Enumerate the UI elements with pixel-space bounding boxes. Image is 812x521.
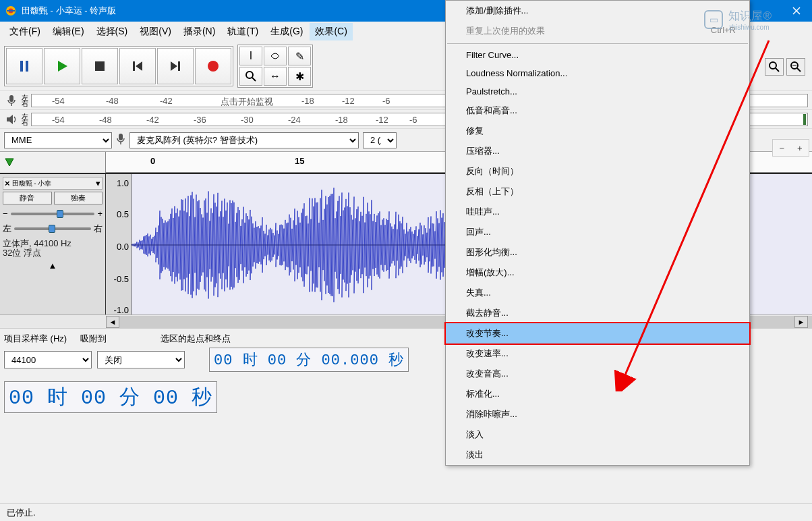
menu-效果(C)[interactable]: 效果(C) <box>310 23 352 40</box>
effect-menu-item[interactable]: Filter Curve... <box>446 46 749 64</box>
record-device-combo[interactable]: 麦克风阵列 (英特尔? 智音技术) <box>129 132 359 148</box>
meter-tick: -12 <box>342 96 355 106</box>
effect-menu-item[interactable]: 图形化均衡... <box>446 242 749 263</box>
effect-menu-item[interactable]: 增幅(放大)... <box>446 263 749 283</box>
effect-menu-item[interactable]: 修复 <box>446 121 749 141</box>
zoom-in-icon[interactable] <box>765 58 784 76</box>
effect-menu-item[interactable]: 回声... <box>446 222 749 242</box>
pin-playhead-icon[interactable] <box>4 157 15 168</box>
meter-tick: -48 <box>99 115 112 125</box>
vertical-ruler: 1.00.50.0-0.5-1.0 <box>106 174 132 314</box>
gain-slider[interactable] <box>11 213 95 215</box>
effect-menu-item[interactable]: Paulstretch... <box>446 82 749 101</box>
sample-rate-combo[interactable]: 44100 <box>4 351 92 368</box>
effect-menu-item[interactable]: 反相（上下） <box>446 182 749 202</box>
meter-tick: -42 <box>160 96 173 106</box>
svg-rect-12 <box>178 61 180 71</box>
meter-tick: -54 <box>52 96 65 106</box>
track-format-info: 立体声, 44100 Hz32位 浮点 <box>3 239 103 258</box>
amplitude-tick: 1.0 <box>117 178 129 188</box>
track-control-panel: × 田馥甄 - 小幸 ▾ 静音 独奏 − + 左 右 立体声, 44100 Hz… <box>0 174 106 314</box>
watermark-brand: 知识屋 <box>728 9 763 22</box>
collapse-icon[interactable]: ▲ <box>3 260 103 271</box>
svg-marker-10 <box>136 61 142 71</box>
effect-menu-item[interactable]: 截去静音... <box>446 303 749 323</box>
menu-播录(N)[interactable]: 播录(N) <box>178 23 221 40</box>
track-menu-icon[interactable]: ▾ <box>96 178 100 188</box>
stop-button[interactable] <box>82 48 118 84</box>
mute-button[interactable]: 静音 <box>3 192 52 204</box>
svg-point-14 <box>246 72 253 78</box>
snap-combo[interactable]: 关闭 <box>97 351 185 368</box>
effect-menu-item[interactable]: 失真... <box>446 283 749 303</box>
envelope-tool-icon[interactable] <box>264 47 287 65</box>
mic-icon[interactable] <box>4 93 19 108</box>
effect-menu-item[interactable]: 反向（时间） <box>446 161 749 182</box>
playback-speed-slider[interactable]: − + <box>772 139 809 157</box>
selection-tool-icon[interactable]: I <box>239 47 262 65</box>
menu-选择(S)[interactable]: 选择(S) <box>91 23 134 40</box>
skip-end-button[interactable] <box>157 48 194 84</box>
track-close-button[interactable]: × <box>5 178 10 188</box>
timeshift-tool-icon[interactable]: ↔ <box>264 67 287 86</box>
meter-tick: -18 <box>335 115 348 125</box>
effect-menu-item[interactable]: Loudness Normalization... <box>446 64 749 82</box>
scroll-left-icon[interactable]: ◄ <box>106 316 119 328</box>
menu-生成(G)[interactable]: 生成(G) <box>265 23 308 40</box>
svg-rect-6 <box>26 61 28 72</box>
sample-rate-label: 项目采样率 (Hz) <box>4 333 67 345</box>
multi-tool-icon[interactable]: ✱ <box>288 67 311 86</box>
watermark: ▭ 知识屋® zhishiwu.com <box>704 8 772 31</box>
effect-menu-item[interactable]: 哇哇声... <box>446 202 749 222</box>
svg-rect-8 <box>95 61 105 71</box>
play-button[interactable] <box>44 48 80 84</box>
transport-toolbar <box>4 46 233 86</box>
effect-menu-item[interactable]: 淡入 <box>446 424 749 445</box>
meter-tick: -30 <box>241 115 254 125</box>
svg-line-26 <box>776 68 779 72</box>
record-button[interactable] <box>195 48 231 84</box>
effect-menu-item[interactable]: 消除咔嚓声... <box>446 404 749 424</box>
svg-point-25 <box>770 62 776 69</box>
track-name[interactable]: 田馥甄 - 小幸 <box>12 179 94 188</box>
meter-tick: -6 <box>382 96 390 106</box>
draw-tool-icon[interactable]: ✎ <box>288 47 311 65</box>
selection-start-time[interactable]: 00 时 00 分 00.000 秒 <box>209 348 409 372</box>
timeline-tick: 0 <box>150 156 155 166</box>
gain-min-label: − <box>3 209 8 219</box>
effect-menu-item[interactable]: 改变速率... <box>446 344 749 364</box>
pause-button[interactable] <box>6 48 42 84</box>
speaker-icon[interactable] <box>4 112 19 127</box>
timeline-tick: 15 <box>295 156 304 166</box>
effects-menu: 添加/删除插件...重复上次使用的效果Ctrl+RFilter Curve...… <box>445 0 750 466</box>
zoom-out-icon[interactable] <box>786 58 805 76</box>
menu-轨道(T)[interactable]: 轨道(T) <box>222 23 264 40</box>
menu-视图(V)[interactable]: 视图(V) <box>134 23 177 40</box>
menu-编辑(E)[interactable]: 编辑(E) <box>47 23 90 40</box>
svg-marker-7 <box>58 61 67 72</box>
meter-lr-label: 左 右 <box>22 94 28 107</box>
pan-right-label: 右 <box>94 223 103 235</box>
svg-marker-18 <box>7 115 13 124</box>
mic-icon <box>116 133 125 147</box>
effect-menu-item[interactable]: 淡出 <box>446 445 749 465</box>
skip-start-button[interactable] <box>119 48 156 84</box>
menu-文件(F)[interactable]: 文件(F) <box>4 23 46 40</box>
pan-slider[interactable] <box>14 227 91 230</box>
close-button[interactable] <box>781 0 812 22</box>
audio-position-time[interactable]: 00 时 00 分 00 秒 <box>4 381 217 413</box>
effect-menu-item[interactable]: 改变节奏... <box>444 322 751 345</box>
audio-host-combo[interactable]: MME <box>4 132 112 148</box>
scroll-right-icon[interactable]: ► <box>794 316 808 328</box>
effect-menu-item[interactable]: 压缩器... <box>446 141 749 161</box>
svg-marker-11 <box>171 61 177 71</box>
effect-menu-item[interactable]: 低音和高音... <box>446 101 749 121</box>
zoom-tool-icon[interactable] <box>239 67 262 86</box>
record-channels-combo[interactable]: 2 (立 <box>363 132 397 148</box>
timeline-head[interactable] <box>0 152 106 173</box>
effect-menu-item[interactable]: 标准化... <box>446 384 749 404</box>
amplitude-tick: 0.0 <box>117 242 129 252</box>
solo-button[interactable]: 独奏 <box>54 192 103 204</box>
effect-menu-item[interactable]: 改变音高... <box>446 364 749 384</box>
amplitude-tick: -0.5 <box>114 274 129 284</box>
